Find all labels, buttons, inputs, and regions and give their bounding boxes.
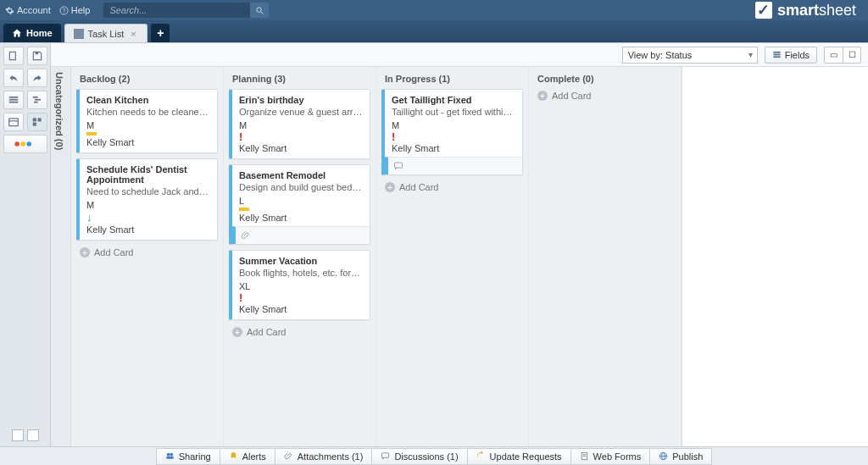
card[interactable]: Erin's birthdayOrganize venue & guest ar… (229, 89, 370, 159)
column-header[interactable]: Backlog (2) (76, 74, 218, 84)
lane-uncategorized[interactable]: Uncategorized (0) (51, 67, 71, 446)
layout-compact-button[interactable]: ▭ (824, 47, 843, 64)
fields-button[interactable]: Fields (765, 47, 817, 64)
web-forms-label: Web Forms (593, 451, 642, 462)
search-icon (255, 6, 264, 15)
top-bar: Account ? Help ✓ smartsheet (0, 0, 868, 20)
account-link[interactable]: Account (5, 5, 51, 15)
card-size: M (86, 200, 210, 210)
card[interactable]: Get Taillight FixedTaillight out - get f… (381, 89, 523, 175)
toolbar-collapse-button[interactable] (12, 429, 24, 441)
update-requests-label: Update Requests (490, 451, 562, 462)
add-card-button[interactable]: +Add Card (534, 89, 676, 102)
search-wrap (103, 3, 269, 18)
card-size: M (239, 120, 363, 130)
svg-point-17 (14, 141, 19, 147)
plus-icon: + (537, 91, 548, 101)
board-wrap: View by: Status Fields ▭ ☐ Uncategorized… (51, 43, 868, 446)
sharing-label: Sharing (179, 451, 211, 462)
people-icon (165, 451, 175, 461)
toolbar-highlight-button[interactable] (3, 135, 47, 153)
comment-icon[interactable] (393, 161, 403, 171)
plus-icon: + (80, 247, 90, 257)
home-icon (12, 28, 22, 38)
card-description: Taillight out - get fixed within the we… (392, 107, 515, 117)
tab-home-label: Home (26, 28, 53, 38)
main: View by: Status Fields ▭ ☐ Uncategorized… (0, 42, 868, 446)
add-card-button[interactable]: +Add Card (381, 180, 523, 194)
card-description: Design and build guest bedroom in … (239, 182, 363, 192)
board-topbar: View by: Status Fields ▭ ☐ (51, 43, 868, 67)
card-title: Erin's birthday (239, 95, 363, 105)
search-input[interactable] (103, 3, 269, 18)
add-card-label: Add Card (247, 327, 286, 337)
brand-name-light: sheet (819, 2, 856, 19)
tab-add[interactable]: + (151, 24, 170, 42)
card-size: L (239, 196, 363, 206)
tab-home[interactable]: Home (3, 24, 61, 42)
svg-rect-14 (32, 118, 36, 121)
toolbar-card-view-button[interactable] (27, 113, 47, 131)
svg-point-24 (167, 453, 170, 457)
toolbar-calendar-view-button[interactable] (3, 113, 24, 131)
column-header[interactable]: Complete (0) (534, 74, 676, 84)
toolbar-gantt-view-button[interactable] (27, 91, 47, 109)
svg-rect-4 (9, 52, 15, 59)
toolbar-redo-button[interactable] (27, 69, 47, 87)
add-card-button[interactable]: +Add Card (76, 246, 218, 259)
view-by-value: Status (665, 50, 692, 60)
card-priority-icon: ↓ (86, 212, 210, 223)
layout-full-button[interactable]: ☐ (843, 47, 861, 64)
toolbar-save-button[interactable] (27, 47, 47, 65)
tab-task-list[interactable]: Task List × (64, 24, 148, 42)
card-size: XL (239, 281, 363, 291)
web-forms-button[interactable]: Web Forms (570, 448, 650, 465)
card-priority-icon: ! (392, 132, 515, 141)
chat-icon (381, 451, 390, 461)
card[interactable]: Schedule Kids' Dentist AppointmentNeed t… (76, 158, 218, 241)
card-footer (385, 157, 522, 174)
view-by-select[interactable]: View by: Status (622, 47, 758, 64)
sharing-button[interactable]: Sharing (156, 448, 220, 465)
toolbar-expand-button[interactable] (27, 429, 39, 441)
svg-rect-10 (35, 99, 41, 101)
card-description: Organize venue & guest arrangeme… (239, 107, 363, 117)
card-footer (232, 226, 370, 244)
sheet-icon (74, 29, 84, 39)
search-button[interactable] (250, 3, 269, 18)
card[interactable]: Summer VacationBook flights, hotels, etc… (229, 250, 370, 320)
card[interactable]: Basement RemodelDesign and build guest b… (229, 164, 370, 245)
update-requests-button[interactable]: Update Requests (467, 448, 570, 465)
svg-rect-11 (33, 102, 37, 103)
update-icon (476, 451, 486, 461)
svg-rect-8 (8, 102, 18, 103)
svg-rect-16 (32, 123, 36, 126)
svg-rect-6 (8, 97, 18, 98)
add-card-label: Add Card (552, 91, 591, 101)
column: In Progress (1)Get Taillight FixedTailli… (376, 67, 529, 446)
alerts-button[interactable]: Alerts (220, 448, 275, 465)
column-header[interactable]: Planning (3) (229, 74, 370, 84)
tab-close-button[interactable]: × (128, 29, 138, 39)
attachments-button[interactable]: Attachments (1) (275, 448, 372, 465)
discussions-button[interactable]: Discussions (1) (371, 448, 466, 465)
attachment-icon[interactable] (241, 230, 251, 241)
toolbar-new-button[interactable] (3, 47, 24, 65)
card-priority-icon (239, 208, 249, 211)
column: Planning (3)Erin's birthdayOrganize venu… (224, 67, 376, 446)
form-icon (580, 451, 589, 461)
tab-strip: Home Task List × + (0, 20, 868, 42)
attachments-label: Attachments (1) (298, 451, 364, 462)
toolbar-undo-button[interactable] (3, 69, 24, 87)
add-card-label: Add Card (94, 247, 133, 257)
publish-button[interactable]: Publish (649, 448, 712, 465)
column-header[interactable]: In Progress (1) (381, 74, 523, 84)
card[interactable]: Clean KitchenKitchen needs to be cleaned… (76, 89, 218, 153)
help-link[interactable]: ? Help (59, 5, 91, 15)
lane-uncategorized-label: Uncategorized (0) (54, 72, 64, 150)
add-card-button[interactable]: +Add Card (229, 325, 370, 339)
svg-text:?: ? (62, 7, 65, 13)
toolbar-grid-view-button[interactable] (3, 91, 24, 109)
board-blank-area (682, 67, 868, 446)
add-card-label: Add Card (399, 182, 438, 192)
